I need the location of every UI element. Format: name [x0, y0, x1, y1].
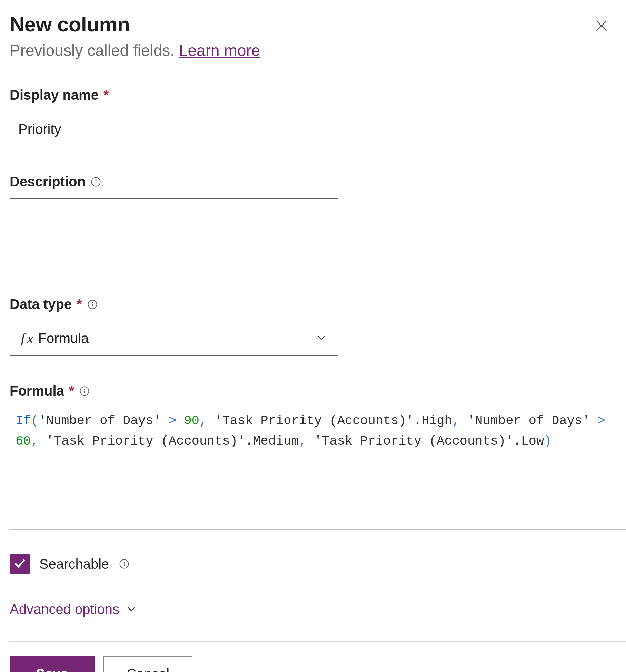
svg-point-5	[85, 389, 85, 389]
panel-title: New column	[10, 12, 130, 36]
formula-token: 'Task Priority (Accounts)'.Low	[307, 434, 544, 448]
chevron-down-icon	[126, 603, 137, 616]
description-textarea[interactable]	[10, 198, 338, 267]
learn-more-link[interactable]: Learn more	[179, 41, 260, 59]
data-type-label-text: Data type	[10, 296, 72, 312]
save-button[interactable]: Save	[10, 656, 95, 672]
data-type-label: Data type *	[10, 296, 619, 312]
formula-token: 'Number of Days'	[39, 413, 169, 428]
formula-token: 'Number of Days'	[460, 413, 598, 428]
data-type-select[interactable]: ƒx Formula	[10, 321, 338, 356]
formula-fx-icon: ƒx	[20, 330, 33, 347]
formula-token	[176, 413, 184, 428]
subtitle-text: Previously called fields.	[10, 41, 179, 59]
display-name-label-text: Display name	[10, 87, 99, 103]
formula-token: )	[544, 434, 552, 448]
formula-token: ,	[452, 413, 460, 428]
formula-token: ,	[299, 434, 307, 448]
info-icon[interactable]	[119, 558, 130, 569]
description-label: Description	[10, 174, 619, 189]
formula-token: (	[31, 413, 38, 428]
info-icon[interactable]	[90, 176, 101, 187]
advanced-options-label: Advanced options	[10, 602, 119, 617]
formula-editor[interactable]: If('Number of Days' > 90, 'Task Priority…	[9, 407, 626, 530]
formula-token: 60	[16, 434, 31, 448]
info-icon[interactable]	[79, 386, 90, 397]
formula-token: ,	[199, 413, 207, 428]
formula-token: ,	[31, 434, 38, 448]
formula-token	[605, 413, 613, 428]
svg-point-7	[124, 562, 125, 563]
required-asterisk: *	[69, 383, 74, 399]
formula-token: 'Task Priority (Accounts)'.High	[207, 413, 452, 428]
formula-label: Formula *	[10, 383, 619, 399]
formula-token: >	[169, 413, 176, 428]
required-asterisk: *	[77, 296, 82, 312]
chevron-down-icon	[316, 332, 327, 345]
display-name-input[interactable]	[10, 112, 338, 146]
close-button[interactable]	[591, 15, 612, 38]
display-name-label: Display name *	[10, 87, 619, 103]
advanced-options-toggle[interactable]: Advanced options	[10, 602, 619, 617]
searchable-checkbox[interactable]	[10, 554, 30, 574]
formula-label-text: Formula	[10, 383, 64, 399]
checkmark-icon	[13, 556, 27, 572]
formula-token: 90	[184, 413, 199, 428]
info-icon[interactable]	[87, 299, 98, 310]
formula-token: >	[598, 413, 605, 428]
searchable-label: Searchable	[39, 556, 109, 572]
description-label-text: Description	[10, 174, 86, 189]
formula-token: 'Task Priority (Accounts)'.Medium	[39, 434, 299, 448]
data-type-value: Formula	[38, 331, 316, 346]
cancel-button[interactable]: Cancel	[103, 656, 192, 672]
close-icon	[594, 29, 609, 34]
required-asterisk: *	[103, 87, 109, 103]
formula-token: If	[16, 413, 31, 428]
panel-subtitle: Previously called fields. Learn more	[10, 41, 619, 60]
panel-footer: Save Cancel	[9, 641, 626, 672]
svg-point-1	[96, 179, 96, 180]
svg-point-3	[92, 302, 93, 303]
